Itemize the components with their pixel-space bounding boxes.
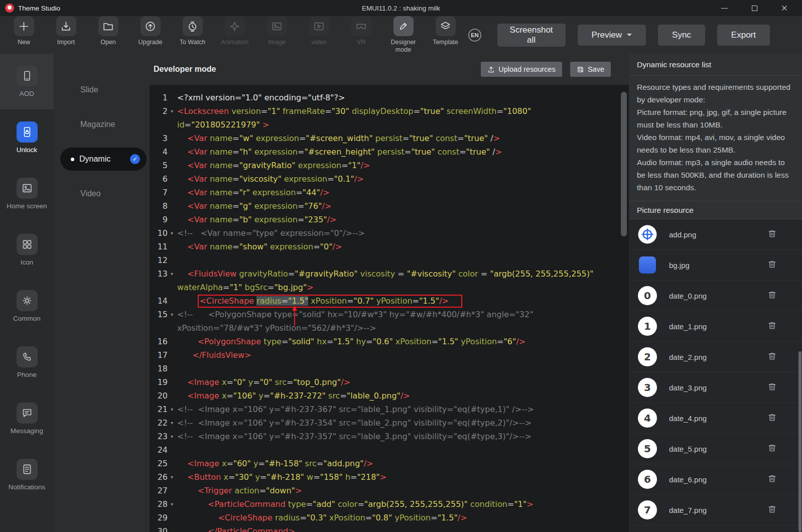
delete-resource-button[interactable]	[766, 258, 778, 272]
toolbar-item-label: Animation	[221, 39, 249, 46]
sidebar-item-messaging[interactable]: Messaging	[0, 390, 54, 447]
code-line-5[interactable]: 5 <Var name="gravityRatio" expression="1…	[150, 159, 629, 172]
delete-resource-button[interactable]	[766, 228, 778, 241]
toolbar-item-upgrade[interactable]: Upgrade	[133, 16, 167, 54]
preview-button[interactable]: Preview	[578, 25, 646, 46]
sidebar-item-common[interactable]: Common	[0, 278, 54, 334]
code-line-14[interactable]: 14 <CircleShape radius="1.5" xPosition="…	[150, 294, 629, 308]
screenshot-all-button[interactable]: Screenshot all	[497, 24, 566, 47]
sidebar-item-label: Icon	[21, 258, 34, 267]
code-line-25[interactable]: 25 <Image x="60" y="#h-158" src="add.png…	[150, 457, 629, 470]
code-fold-icon[interactable]: ▾	[168, 416, 176, 430]
resource-item[interactable]: 3date_3.png	[629, 372, 802, 403]
line-number: 5	[150, 159, 168, 172]
code-line-20[interactable]: 20 <Image x="106" y="#h-237-272" src="la…	[150, 389, 629, 403]
delete-resource-button[interactable]	[766, 503, 778, 516]
code-line-28[interactable]: 28▾ <ParticleCommand type="add" color="a…	[150, 497, 629, 511]
code-line-9[interactable]: 9 <Var name="b" expression="235"/>	[150, 213, 629, 226]
code-line-1[interactable]: 1<?xml version="1.0" encoding="utf-8"?>	[150, 91, 629, 104]
delete-resource-button[interactable]	[766, 320, 778, 333]
resource-item[interactable]: bg.jpg	[629, 250, 802, 281]
subnav-item-slide[interactable]: Slide	[54, 78, 150, 101]
maximize-button[interactable]	[748, 1, 761, 16]
save-button[interactable]: Save	[570, 62, 611, 77]
code-fold-icon[interactable]: ▾	[168, 308, 176, 321]
resource-item[interactable]: 0date_0.png	[629, 281, 802, 311]
sidebar-item-home[interactable]: Home screen	[0, 166, 54, 222]
scrollbar-thumb[interactable]	[798, 351, 801, 532]
subnav-item-dynamic[interactable]: Dynamic✓	[60, 148, 147, 171]
trash-icon	[767, 351, 777, 361]
delete-resource-button[interactable]	[766, 473, 778, 486]
code-line-11[interactable]: 11 <Var name="show" expression="0"/>	[150, 240, 629, 253]
subnav-item-magazine[interactable]: Magazine	[54, 113, 150, 136]
resource-item[interactable]: add.png	[629, 219, 802, 250]
sidebar-item-notifications[interactable]: Notifications	[0, 447, 54, 503]
minimize-button[interactable]	[718, 1, 731, 16]
sidebar-item-aod[interactable]: AOD	[0, 54, 54, 109]
delete-resource-button[interactable]	[766, 289, 778, 302]
toolbar-item-open[interactable]: Open	[91, 16, 125, 54]
code-fold-icon[interactable]: ▾	[168, 497, 176, 511]
code-line-22[interactable]: 22▾<!-- <Image x="106" y="#h-237-354" sr…	[150, 416, 629, 430]
delete-resource-button[interactable]	[766, 350, 778, 363]
delete-resource-button[interactable]	[766, 412, 778, 425]
code-line-8[interactable]: 8 <Var name="g" expression="76"/>	[150, 199, 629, 213]
upload-resources-button[interactable]: Upload resources	[481, 62, 562, 77]
sidebar-item-unlock[interactable]: Unlock	[0, 109, 54, 166]
code-line-7[interactable]: 7 <Var name="r" expression="44"/>	[150, 186, 629, 199]
code-line-16[interactable]: 16 <PolygonShape type="solid" hx="1.5" h…	[150, 335, 629, 348]
unlock-type-nav: SlideMagazineDynamic✓Video	[54, 54, 150, 532]
export-button[interactable]: Export	[717, 25, 770, 46]
toolbar-item-template[interactable]: Template	[429, 16, 462, 54]
code-line-4[interactable]: 4 <Var name="h" expression="#screen_heig…	[150, 145, 629, 159]
toolbar-item-watch[interactable]: To Watch	[176, 16, 209, 54]
code-line-29[interactable]: 29 <CircleShape radius="0.3" xPosition="…	[150, 511, 629, 524]
subnav-item-video[interactable]: Video	[54, 182, 150, 205]
code-line-6[interactable]: 6 <Var name="viscosity" expression="0.1"…	[150, 172, 629, 186]
sync-button[interactable]: Sync	[658, 25, 705, 46]
code-editor[interactable]: 1<?xml version="1.0" encoding="utf-8"?>2…	[150, 85, 629, 532]
code-fold-icon[interactable]: ▾	[168, 104, 176, 118]
code-line-10[interactable]: 10▾<!-- <Var name="type" expression="0"/…	[150, 226, 629, 240]
watch-icon	[183, 16, 203, 36]
code-line-15[interactable]: 15▾<!-- <PolygonShape type="solid" hx="1…	[150, 308, 629, 335]
delete-resource-button[interactable]	[766, 381, 778, 394]
code-line-19[interactable]: 19 <Image x="0" y="0" src="top_0.png"/>	[150, 375, 629, 389]
resource-item[interactable]: 4date_4.png	[629, 403, 802, 434]
code-line-27[interactable]: 27 <Trigger action="down">	[150, 484, 629, 497]
resource-scrollbar[interactable]	[798, 54, 801, 532]
code-line-30[interactable]: 30 </ParticleCommand>	[150, 524, 629, 532]
code-fold-icon[interactable]: ▾	[168, 403, 176, 416]
scrollbar-thumb[interactable]	[621, 92, 627, 236]
code-line-21[interactable]: 21▾<!-- <Image x="106" y="#h-237-367" sr…	[150, 403, 629, 416]
code-fold-icon[interactable]: ▾	[168, 226, 176, 240]
code-line-2[interactable]: 2▾<Lockscreen version="1" frameRate="30"…	[150, 104, 629, 131]
resource-item[interactable]: 2date_2.png	[629, 342, 802, 372]
sidebar-item-icon[interactable]: Icon	[0, 222, 54, 278]
toolbar-item-label: VR	[357, 39, 365, 46]
delete-resource-button[interactable]	[766, 442, 778, 455]
code-line-3[interactable]: 3 <Var name="w" expression="#screen_widt…	[150, 131, 629, 145]
resource-item[interactable]: 1date_1.png	[629, 311, 802, 342]
language-badge[interactable]: EN	[468, 29, 481, 42]
toolbar-item-designer[interactable]: Designer mode	[386, 16, 420, 54]
close-button[interactable]	[778, 1, 791, 16]
code-line-17[interactable]: 17 </FluidsView>	[150, 348, 629, 362]
toolbar-item-new[interactable]: New	[7, 16, 41, 54]
resource-item[interactable]: 5date_5.png	[629, 434, 802, 464]
sidebar-item-phone[interactable]: Phone	[0, 334, 54, 390]
code-fold-icon[interactable]: ▾	[168, 430, 176, 443]
code-fold-icon[interactable]: ▾	[168, 470, 176, 484]
code-line-23[interactable]: 23▾<!-- <Image x="106" y="#h-237-357" sr…	[150, 430, 629, 443]
code-line-18[interactable]: 18	[150, 362, 629, 375]
resource-item[interactable]: 7date_7.png	[629, 495, 802, 525]
code-line-12[interactable]: 12	[150, 253, 629, 267]
toolbar-item-import[interactable]: Import	[49, 16, 83, 54]
code-line-24[interactable]: 24	[150, 443, 629, 457]
code-line-26[interactable]: 26▾ <Button x="30" y="#h-218" w="158" h=…	[150, 470, 629, 484]
code-line-13[interactable]: 13▾ <FluidsView gravityRatio="#gravityRa…	[150, 267, 629, 294]
editor-scrollbar[interactable]	[621, 88, 627, 529]
code-fold-icon[interactable]: ▾	[168, 267, 176, 281]
resource-item[interactable]: 6date_6.png	[629, 464, 802, 495]
